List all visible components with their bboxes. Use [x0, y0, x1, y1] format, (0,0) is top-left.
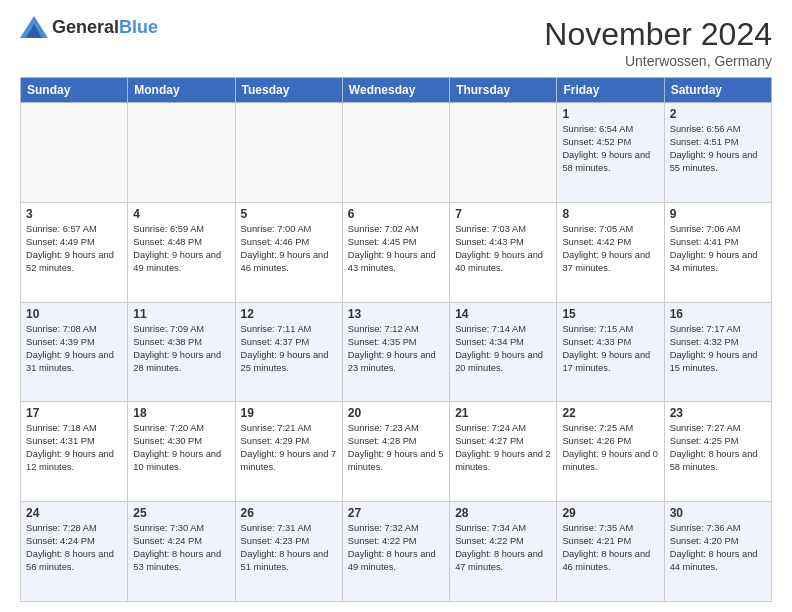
day-cell: 15Sunrise: 7:15 AM Sunset: 4:33 PM Dayli…: [557, 302, 664, 402]
day-number: 11: [133, 307, 229, 321]
day-cell: 5Sunrise: 7:00 AM Sunset: 4:46 PM Daylig…: [235, 202, 342, 302]
day-number: 14: [455, 307, 551, 321]
day-info: Sunrise: 7:08 AM Sunset: 4:39 PM Dayligh…: [26, 323, 122, 375]
day-info: Sunrise: 7:05 AM Sunset: 4:42 PM Dayligh…: [562, 223, 658, 275]
day-info: Sunrise: 7:23 AM Sunset: 4:28 PM Dayligh…: [348, 422, 444, 474]
day-info: Sunrise: 7:18 AM Sunset: 4:31 PM Dayligh…: [26, 422, 122, 474]
day-number: 20: [348, 406, 444, 420]
day-number: 12: [241, 307, 337, 321]
day-cell: 20Sunrise: 7:23 AM Sunset: 4:28 PM Dayli…: [342, 402, 449, 502]
day-cell: 10Sunrise: 7:08 AM Sunset: 4:39 PM Dayli…: [21, 302, 128, 402]
day-number: 17: [26, 406, 122, 420]
day-cell: 7Sunrise: 7:03 AM Sunset: 4:43 PM Daylig…: [450, 202, 557, 302]
day-info: Sunrise: 7:30 AM Sunset: 4:24 PM Dayligh…: [133, 522, 229, 574]
location: Unterwossen, Germany: [544, 53, 772, 69]
day-number: 23: [670, 406, 766, 420]
calendar-page: GeneralBlue November 2024 Unterwossen, G…: [0, 0, 792, 612]
week-row-2: 3Sunrise: 6:57 AM Sunset: 4:49 PM Daylig…: [21, 202, 772, 302]
day-cell: 4Sunrise: 6:59 AM Sunset: 4:48 PM Daylig…: [128, 202, 235, 302]
week-row-3: 10Sunrise: 7:08 AM Sunset: 4:39 PM Dayli…: [21, 302, 772, 402]
day-cell: 6Sunrise: 7:02 AM Sunset: 4:45 PM Daylig…: [342, 202, 449, 302]
title-block: November 2024 Unterwossen, Germany: [544, 16, 772, 69]
day-number: 5: [241, 207, 337, 221]
day-cell: [128, 103, 235, 203]
day-cell: 23Sunrise: 7:27 AM Sunset: 4:25 PM Dayli…: [664, 402, 771, 502]
day-cell: 3Sunrise: 6:57 AM Sunset: 4:49 PM Daylig…: [21, 202, 128, 302]
day-number: 19: [241, 406, 337, 420]
day-cell: 2Sunrise: 6:56 AM Sunset: 4:51 PM Daylig…: [664, 103, 771, 203]
day-cell: 1Sunrise: 6:54 AM Sunset: 4:52 PM Daylig…: [557, 103, 664, 203]
day-info: Sunrise: 7:14 AM Sunset: 4:34 PM Dayligh…: [455, 323, 551, 375]
day-info: Sunrise: 7:20 AM Sunset: 4:30 PM Dayligh…: [133, 422, 229, 474]
weekday-tuesday: Tuesday: [235, 78, 342, 103]
day-cell: 9Sunrise: 7:06 AM Sunset: 4:41 PM Daylig…: [664, 202, 771, 302]
day-info: Sunrise: 7:03 AM Sunset: 4:43 PM Dayligh…: [455, 223, 551, 275]
logo-blue: Blue: [119, 17, 158, 37]
day-number: 30: [670, 506, 766, 520]
day-cell: 11Sunrise: 7:09 AM Sunset: 4:38 PM Dayli…: [128, 302, 235, 402]
day-cell: 30Sunrise: 7:36 AM Sunset: 4:20 PM Dayli…: [664, 502, 771, 602]
day-number: 6: [348, 207, 444, 221]
week-row-4: 17Sunrise: 7:18 AM Sunset: 4:31 PM Dayli…: [21, 402, 772, 502]
day-cell: 22Sunrise: 7:25 AM Sunset: 4:26 PM Dayli…: [557, 402, 664, 502]
day-number: 22: [562, 406, 658, 420]
day-number: 16: [670, 307, 766, 321]
day-number: 21: [455, 406, 551, 420]
day-number: 25: [133, 506, 229, 520]
day-cell: 26Sunrise: 7:31 AM Sunset: 4:23 PM Dayli…: [235, 502, 342, 602]
day-info: Sunrise: 7:25 AM Sunset: 4:26 PM Dayligh…: [562, 422, 658, 474]
day-info: Sunrise: 7:02 AM Sunset: 4:45 PM Dayligh…: [348, 223, 444, 275]
day-number: 8: [562, 207, 658, 221]
day-info: Sunrise: 7:31 AM Sunset: 4:23 PM Dayligh…: [241, 522, 337, 574]
logo-icon: [20, 16, 48, 38]
day-cell: 8Sunrise: 7:05 AM Sunset: 4:42 PM Daylig…: [557, 202, 664, 302]
day-number: 13: [348, 307, 444, 321]
day-info: Sunrise: 7:00 AM Sunset: 4:46 PM Dayligh…: [241, 223, 337, 275]
day-number: 24: [26, 506, 122, 520]
day-number: 10: [26, 307, 122, 321]
day-info: Sunrise: 6:59 AM Sunset: 4:48 PM Dayligh…: [133, 223, 229, 275]
weekday-saturday: Saturday: [664, 78, 771, 103]
day-info: Sunrise: 7:24 AM Sunset: 4:27 PM Dayligh…: [455, 422, 551, 474]
day-cell: 17Sunrise: 7:18 AM Sunset: 4:31 PM Dayli…: [21, 402, 128, 502]
day-info: Sunrise: 7:36 AM Sunset: 4:20 PM Dayligh…: [670, 522, 766, 574]
day-info: Sunrise: 7:35 AM Sunset: 4:21 PM Dayligh…: [562, 522, 658, 574]
day-number: 4: [133, 207, 229, 221]
day-cell: 27Sunrise: 7:32 AM Sunset: 4:22 PM Dayli…: [342, 502, 449, 602]
logo: GeneralBlue: [20, 16, 158, 38]
day-cell: 16Sunrise: 7:17 AM Sunset: 4:32 PM Dayli…: [664, 302, 771, 402]
day-cell: 12Sunrise: 7:11 AM Sunset: 4:37 PM Dayli…: [235, 302, 342, 402]
header: GeneralBlue November 2024 Unterwossen, G…: [20, 16, 772, 69]
day-number: 2: [670, 107, 766, 121]
day-cell: [235, 103, 342, 203]
day-cell: [450, 103, 557, 203]
weekday-wednesday: Wednesday: [342, 78, 449, 103]
day-info: Sunrise: 6:54 AM Sunset: 4:52 PM Dayligh…: [562, 123, 658, 175]
day-info: Sunrise: 7:34 AM Sunset: 4:22 PM Dayligh…: [455, 522, 551, 574]
day-info: Sunrise: 7:32 AM Sunset: 4:22 PM Dayligh…: [348, 522, 444, 574]
day-info: Sunrise: 7:09 AM Sunset: 4:38 PM Dayligh…: [133, 323, 229, 375]
day-info: Sunrise: 7:06 AM Sunset: 4:41 PM Dayligh…: [670, 223, 766, 275]
day-cell: 29Sunrise: 7:35 AM Sunset: 4:21 PM Dayli…: [557, 502, 664, 602]
day-cell: 14Sunrise: 7:14 AM Sunset: 4:34 PM Dayli…: [450, 302, 557, 402]
day-cell: 24Sunrise: 7:28 AM Sunset: 4:24 PM Dayli…: [21, 502, 128, 602]
week-row-5: 24Sunrise: 7:28 AM Sunset: 4:24 PM Dayli…: [21, 502, 772, 602]
week-row-1: 1Sunrise: 6:54 AM Sunset: 4:52 PM Daylig…: [21, 103, 772, 203]
day-number: 3: [26, 207, 122, 221]
day-cell: [342, 103, 449, 203]
day-cell: [21, 103, 128, 203]
day-number: 1: [562, 107, 658, 121]
day-info: Sunrise: 7:17 AM Sunset: 4:32 PM Dayligh…: [670, 323, 766, 375]
weekday-sunday: Sunday: [21, 78, 128, 103]
day-cell: 19Sunrise: 7:21 AM Sunset: 4:29 PM Dayli…: [235, 402, 342, 502]
day-info: Sunrise: 7:15 AM Sunset: 4:33 PM Dayligh…: [562, 323, 658, 375]
day-number: 7: [455, 207, 551, 221]
day-info: Sunrise: 7:21 AM Sunset: 4:29 PM Dayligh…: [241, 422, 337, 474]
day-info: Sunrise: 6:56 AM Sunset: 4:51 PM Dayligh…: [670, 123, 766, 175]
day-number: 29: [562, 506, 658, 520]
day-info: Sunrise: 6:57 AM Sunset: 4:49 PM Dayligh…: [26, 223, 122, 275]
day-info: Sunrise: 7:28 AM Sunset: 4:24 PM Dayligh…: [26, 522, 122, 574]
weekday-thursday: Thursday: [450, 78, 557, 103]
weekday-friday: Friday: [557, 78, 664, 103]
day-cell: 25Sunrise: 7:30 AM Sunset: 4:24 PM Dayli…: [128, 502, 235, 602]
